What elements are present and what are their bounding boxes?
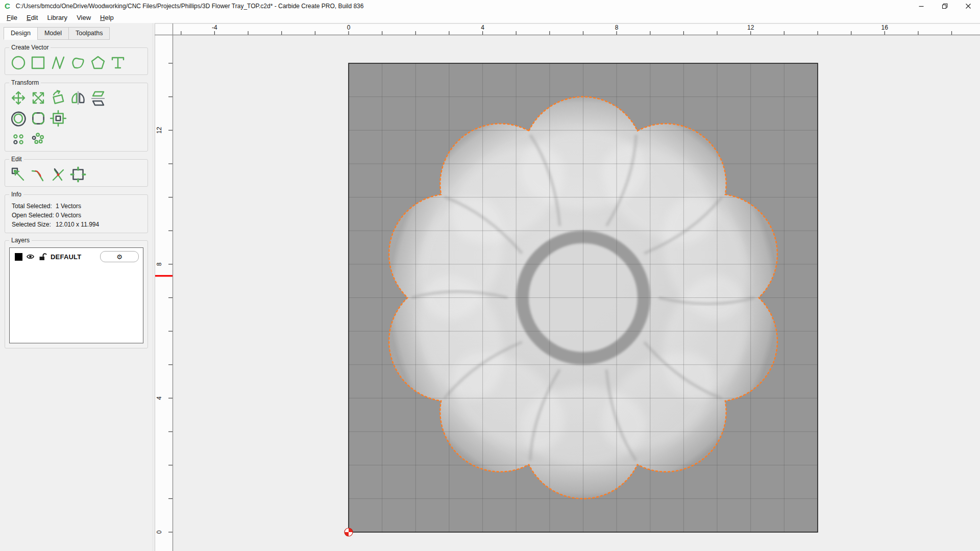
window-controls: [910, 0, 980, 12]
polyline-icon: [50, 54, 67, 71]
origin-marker[interactable]: [345, 528, 353, 536]
create-vector-group: Create Vector: [5, 47, 148, 75]
polygon-icon: [89, 54, 107, 71]
linear-array-icon: [10, 132, 27, 147]
svg-text:12: 12: [747, 24, 754, 31]
rectangle-icon: [30, 54, 47, 71]
svg-text:-4: -4: [212, 24, 217, 31]
restore-icon: [942, 3, 948, 9]
tool-trim[interactable]: [48, 165, 68, 184]
info-title: Info: [9, 191, 23, 198]
scale-icon: [30, 90, 46, 106]
offset-vectors-icon: [10, 110, 27, 127]
tool-node-edit[interactable]: [8, 165, 28, 184]
menu-file[interactable]: File: [2, 13, 22, 22]
restore-button[interactable]: [933, 0, 957, 12]
tool-circular-array[interactable]: [28, 130, 48, 148]
gear-icon: ⚙: [116, 253, 122, 261]
boolean-icon: [69, 166, 87, 183]
flip-icon: [90, 90, 106, 106]
svg-text:8: 8: [156, 262, 163, 266]
menu-library[interactable]: Library: [42, 13, 72, 22]
menu-view[interactable]: View: [72, 13, 95, 22]
sidebar-tabbar: DesignModelToolpaths: [4, 27, 153, 40]
menu-help[interactable]: Help: [95, 13, 118, 22]
transform-group: Transform: [5, 83, 148, 152]
info-value: 0 Vectors: [56, 212, 81, 219]
info-row-open-selected: Open Selected: 0 Vectors: [12, 212, 144, 219]
move-icon: [10, 90, 27, 106]
menu-edit[interactable]: Edit: [22, 13, 42, 22]
vertical-ruler: [155, 23, 173, 551]
tool-fillet[interactable]: [28, 165, 48, 184]
tool-align[interactable]: [48, 109, 68, 128]
info-label: Selected Size:: [12, 221, 56, 228]
tool-rotate[interactable]: [48, 89, 68, 107]
tool-rectangle[interactable]: [28, 54, 48, 72]
svg-text:12: 12: [156, 127, 163, 134]
info-value: 1 Vectors: [56, 203, 81, 210]
svg-text:4: 4: [156, 396, 163, 400]
text-icon: [109, 54, 127, 71]
layer-row-default[interactable]: DEFAULT ⚙: [10, 248, 143, 264]
round-corners-icon: [30, 110, 47, 127]
info-group: Info Total Selected: 1 Vectors Open Sele…: [5, 194, 148, 233]
minimize-icon: [918, 3, 924, 9]
tool-mirror[interactable]: [68, 89, 88, 107]
close-button[interactable]: [957, 0, 980, 12]
design-canvas[interactable]: -4048121604812: [153, 23, 980, 551]
svg-text:8: 8: [615, 24, 619, 31]
svg-text:0: 0: [156, 530, 163, 534]
circle-icon: [10, 54, 27, 71]
sidebar: DesignModelToolpaths Create Vector: [0, 23, 153, 551]
svg-text:0: 0: [347, 24, 351, 31]
mirror-icon: [70, 90, 86, 106]
tool-polyline[interactable]: [48, 54, 68, 72]
svg-text:4: 4: [481, 24, 484, 31]
curve-icon: [69, 54, 87, 71]
eye-icon: [26, 253, 35, 260]
edit-group: Edit: [5, 159, 148, 187]
unlock-icon: [38, 253, 47, 261]
layers-group: Layers DEFAULT ⚙: [5, 240, 148, 348]
fillet-icon: [30, 166, 46, 183]
minimize-button[interactable]: [910, 0, 933, 12]
tool-offset-vectors[interactable]: [8, 109, 28, 128]
info-label: Open Selected:: [12, 212, 56, 219]
info-value: 12.010 x 11.994: [56, 221, 99, 228]
layer-lock-toggle[interactable]: [38, 253, 47, 261]
layer-color-swatch[interactable]: [15, 253, 22, 261]
horizontal-ruler: [173, 23, 980, 35]
info-label: Total Selected:: [12, 203, 56, 210]
workspace: -4048121604812: [153, 23, 980, 551]
trim-icon: [50, 166, 66, 183]
tool-circle[interactable]: [8, 54, 28, 72]
tool-boolean[interactable]: [68, 165, 88, 184]
edit-title: Edit: [9, 156, 24, 163]
app-logo-icon: C: [5, 2, 10, 10]
tool-linear-array[interactable]: [8, 130, 28, 148]
layers-list: DEFAULT ⚙: [9, 247, 143, 343]
window-title: C:/Users/bmcdo/OneDrive/Woodworking/CNC …: [16, 3, 364, 10]
node-edit-icon: [10, 166, 27, 183]
tab-toolpaths[interactable]: Toolpaths: [68, 27, 110, 40]
layer-settings-button[interactable]: ⚙: [100, 251, 139, 262]
tab-design[interactable]: Design: [4, 27, 37, 40]
info-row-selected-size: Selected Size: 12.010 x 11.994: [12, 221, 144, 228]
rotate-icon: [50, 90, 66, 106]
tool-flip[interactable]: [88, 89, 108, 107]
circular-array-icon: [30, 132, 46, 147]
svg-text:16: 16: [881, 24, 889, 31]
tool-scale[interactable]: [28, 89, 48, 107]
tool-text[interactable]: [108, 54, 128, 72]
tool-round-corners[interactable]: [28, 109, 48, 128]
create-vector-title: Create Vector: [9, 44, 51, 51]
menubar: FileEditLibraryViewHelp: [0, 12, 980, 23]
tool-move[interactable]: [8, 89, 28, 107]
align-icon: [50, 110, 67, 127]
info-row-total-selected: Total Selected: 1 Vectors: [12, 203, 144, 210]
layer-visibility-toggle[interactable]: [26, 253, 35, 260]
tool-curve[interactable]: [68, 54, 88, 72]
tab-model[interactable]: Model: [37, 27, 68, 40]
tool-polygon[interactable]: [88, 54, 108, 72]
